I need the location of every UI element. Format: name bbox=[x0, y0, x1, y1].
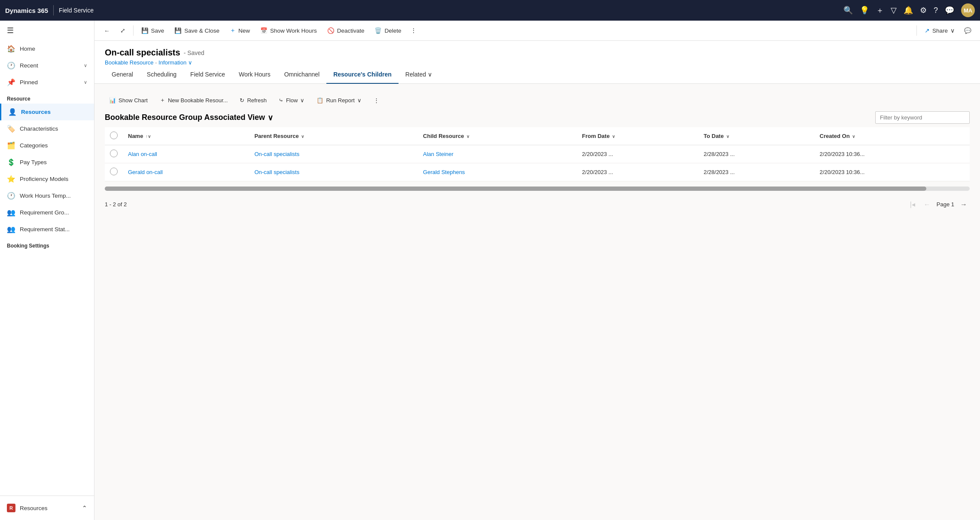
sidebar-item-requirement-gro[interactable]: 👥 Requirement Gro... bbox=[0, 204, 94, 221]
filter-icon[interactable]: ▽ bbox=[891, 6, 897, 15]
col-created-on[interactable]: Created On ∨ bbox=[815, 127, 970, 145]
tab-scheduling[interactable]: Scheduling bbox=[140, 66, 183, 84]
show-chart-button[interactable]: 📊 Show Chart bbox=[105, 95, 152, 106]
first-page-button[interactable]: |◂ bbox=[907, 199, 918, 209]
row-created-1: 2/20/2023 10:36... bbox=[815, 163, 970, 181]
avatar[interactable]: MA bbox=[961, 3, 975, 17]
bell-icon[interactable]: 🔔 bbox=[904, 6, 913, 15]
top-nav-icons: 🔍 💡 ＋ ▽ 🔔 ⚙ ? 💬 MA bbox=[843, 3, 975, 17]
col-name[interactable]: Name ↑∨ bbox=[123, 127, 249, 145]
scrollbar-thumb[interactable] bbox=[105, 187, 926, 191]
refresh-button[interactable]: ↻ Refresh bbox=[235, 95, 271, 106]
chat-icon[interactable]: 💬 bbox=[945, 6, 954, 15]
breadcrumb-sep: · bbox=[155, 59, 157, 66]
sidebar-item-pay-types-label: Pay Types bbox=[20, 159, 47, 165]
tab-general[interactable]: General bbox=[105, 66, 140, 84]
sidebar-item-pinned[interactable]: 📌 Pinned ∨ bbox=[0, 74, 94, 91]
row-select-0[interactable] bbox=[105, 145, 123, 163]
horizontal-scrollbar[interactable] bbox=[105, 187, 970, 191]
prev-page-button[interactable]: ← bbox=[921, 200, 933, 209]
select-all-col[interactable] bbox=[105, 127, 123, 145]
expand-button[interactable]: ⤢ bbox=[116, 24, 130, 37]
col-from-date-label: From Date bbox=[582, 133, 609, 139]
row-child-0[interactable]: Alan Steiner bbox=[418, 145, 577, 163]
tab-omnichannel[interactable]: Omnichannel bbox=[277, 66, 327, 84]
sidebar-item-proficiency-models[interactable]: ⭐ Proficiency Models bbox=[0, 171, 94, 187]
new-bookable-button[interactable]: ＋ New Bookable Resour... bbox=[155, 94, 232, 106]
row-checkbox-1[interactable] bbox=[110, 168, 118, 175]
req-stat-icon: 👥 bbox=[7, 225, 15, 233]
sidebar-item-recent[interactable]: 🕐 Recent ∨ bbox=[0, 57, 94, 74]
sidebar-item-home[interactable]: 🏠 Home bbox=[0, 40, 94, 57]
page-title-row: On-call specialists - Saved bbox=[105, 48, 970, 58]
sub-toolbar: 📊 Show Chart ＋ New Bookable Resour... ↻ … bbox=[105, 91, 970, 111]
view-header: Bookable Resource Group Associated View … bbox=[105, 111, 970, 124]
brand-area: Dynamics 365 Field Service bbox=[5, 5, 94, 15]
nav-divider bbox=[53, 5, 54, 15]
breadcrumb[interactable]: Bookable Resource · Information ∨ bbox=[105, 59, 970, 66]
help-icon[interactable]: ? bbox=[934, 6, 938, 15]
req-gro-icon: 👥 bbox=[7, 208, 15, 217]
row-parent-1[interactable]: On-call specialists bbox=[249, 163, 418, 181]
sub-more-button[interactable]: ⋮ bbox=[369, 95, 383, 106]
row-checkbox-0[interactable] bbox=[110, 150, 118, 157]
col-child-resource[interactable]: Child Resource ∨ bbox=[418, 127, 577, 145]
search-icon[interactable]: 🔍 bbox=[843, 6, 853, 15]
deactivate-button[interactable]: 🚫 Deactivate bbox=[323, 24, 369, 37]
run-report-button[interactable]: 📋 Run Report ∨ bbox=[312, 95, 365, 106]
more-options-button[interactable]: ⋮ bbox=[407, 24, 420, 37]
sidebar-item-requirement-stat[interactable]: 👥 Requirement Stat... bbox=[0, 221, 94, 238]
save-close-icon: 💾 bbox=[174, 27, 182, 34]
col-from-date[interactable]: From Date ∨ bbox=[577, 127, 698, 145]
sidebar-item-categories[interactable]: 🗂️ Categories bbox=[0, 137, 94, 154]
sidebar: ☰ 🏠 Home 🕐 Recent ∨ 📌 Pinned ∨ Resource … bbox=[0, 21, 94, 520]
tab-related[interactable]: Related ∨ bbox=[399, 66, 439, 84]
share-button[interactable]: ↗ Share ∨ bbox=[920, 24, 959, 37]
save-close-label: Save & Close bbox=[184, 28, 219, 34]
next-page-button[interactable]: → bbox=[958, 200, 970, 209]
filter-input[interactable] bbox=[875, 111, 970, 124]
settings-icon[interactable]: ⚙ bbox=[920, 6, 927, 15]
sidebar-item-work-hours-label: Work Hours Temp... bbox=[20, 193, 71, 199]
tab-work-hours[interactable]: Work Hours bbox=[232, 66, 277, 84]
inner-content: 📊 Show Chart ＋ New Bookable Resour... ↻ … bbox=[94, 84, 980, 520]
lightbulb-icon[interactable]: 💡 bbox=[860, 6, 869, 15]
module-name: Field Service bbox=[59, 7, 94, 14]
new-button[interactable]: ＋ New bbox=[225, 24, 254, 37]
view-title[interactable]: Bookable Resource Group Associated View … bbox=[105, 113, 273, 122]
tab-field-service[interactable]: Field Service bbox=[183, 66, 232, 84]
select-all-checkbox[interactable] bbox=[110, 132, 118, 139]
sidebar-bottom-resources[interactable]: R Resources ⌃ bbox=[0, 499, 94, 517]
row-name-0[interactable]: Alan on-call bbox=[123, 145, 249, 163]
save-close-button[interactable]: 💾 Save & Close bbox=[170, 24, 224, 37]
plus-icon[interactable]: ＋ bbox=[876, 5, 884, 15]
share-chevron: ∨ bbox=[950, 27, 955, 34]
tab-general-label: General bbox=[112, 71, 133, 78]
sidebar-item-pay-types[interactable]: 💲 Pay Types bbox=[0, 154, 94, 171]
col-parent-resource[interactable]: Parent Resource ∨ bbox=[249, 127, 418, 145]
delete-button[interactable]: 🗑️ Delete bbox=[370, 24, 405, 37]
col-child-resource-label: Child Resource bbox=[423, 133, 464, 139]
sidebar-item-work-hours-temp[interactable]: 🕐 Work Hours Temp... bbox=[0, 187, 94, 204]
sub-more-icon: ⋮ bbox=[374, 97, 379, 104]
col-from-sort: ∨ bbox=[612, 134, 615, 139]
characteristics-icon: 🏷️ bbox=[7, 125, 15, 133]
show-work-hours-label: Show Work Hours bbox=[270, 28, 317, 34]
row-select-1[interactable] bbox=[105, 163, 123, 181]
sidebar-item-resources[interactable]: 👤 Resources bbox=[0, 104, 94, 120]
row-parent-0[interactable]: On-call specialists bbox=[249, 145, 418, 163]
save-button[interactable]: 💾 Save bbox=[137, 24, 169, 37]
tab-work-hours-label: Work Hours bbox=[239, 71, 271, 78]
sidebar-item-characteristics[interactable]: 🏷️ Characteristics bbox=[0, 120, 94, 137]
recent-chevron: ∨ bbox=[84, 63, 87, 68]
row-child-1[interactable]: Gerald Stephens bbox=[418, 163, 577, 181]
info-dropdown[interactable]: Information ∨ bbox=[158, 59, 192, 66]
hamburger-menu[interactable]: ☰ bbox=[0, 21, 94, 40]
tab-resources-children[interactable]: Resource's Children bbox=[326, 66, 399, 84]
col-to-date[interactable]: To Date ∨ bbox=[698, 127, 814, 145]
row-name-1[interactable]: Gerald on-call bbox=[123, 163, 249, 181]
show-work-hours-button[interactable]: 📅 Show Work Hours bbox=[256, 24, 321, 37]
toolbar-chat-button[interactable]: 💬 bbox=[961, 24, 975, 37]
back-button[interactable]: ← bbox=[100, 25, 114, 37]
flow-button[interactable]: ⤷ Flow ∨ bbox=[274, 95, 309, 106]
